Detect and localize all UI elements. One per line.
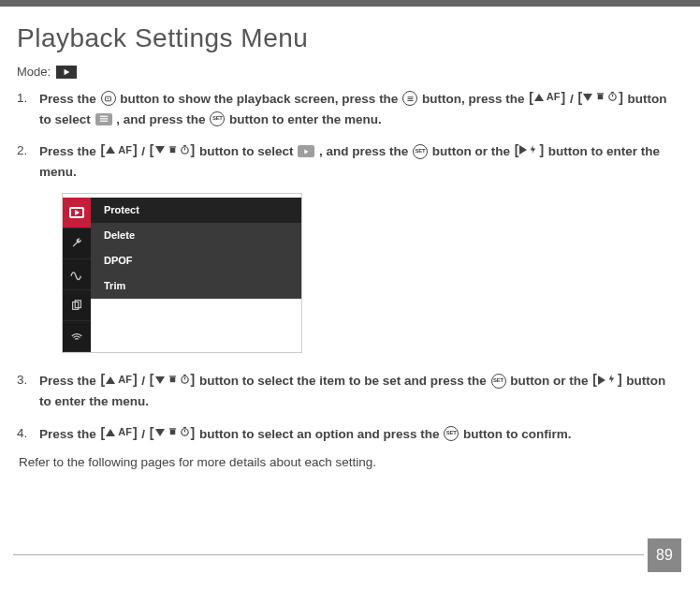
text: button or the	[510, 374, 591, 388]
flash-icon	[606, 370, 617, 390]
svg-rect-29	[169, 430, 175, 435]
sidebar-files-icon	[63, 290, 91, 321]
top-border	[0, 0, 700, 7]
playback-tile-icon	[298, 145, 314, 157]
text: button to select	[199, 144, 297, 158]
text: button, press the	[422, 92, 528, 106]
svg-rect-14	[169, 147, 175, 153]
footer-divider	[13, 554, 644, 555]
set-button-icon: SET	[444, 426, 459, 441]
svg-point-25	[181, 376, 187, 383]
svg-point-8	[609, 94, 616, 100]
page-content: Playback Settings Menu Mode: Press the b…	[0, 7, 700, 469]
menu-item-protect: Protect	[91, 198, 301, 223]
trash-icon	[168, 370, 178, 390]
svg-marker-28	[609, 375, 615, 383]
menu-item-dpof: DPOF	[91, 248, 301, 273]
up-af-button: [AF]	[101, 140, 138, 160]
right-flash-button: [ ]	[515, 140, 544, 160]
menu-blank	[91, 299, 301, 352]
text: button to enter the menu.	[229, 112, 382, 126]
svg-marker-19	[305, 149, 309, 154]
menu-item-trim: Trim	[91, 273, 301, 299]
sidebar-wrench-icon	[63, 228, 91, 259]
svg-rect-3	[407, 96, 413, 97]
step-1: Press the button to show the playback sc…	[17, 88, 668, 129]
down-trash-timer-button: [ ]	[150, 422, 195, 443]
text: /	[141, 427, 149, 441]
text: Press the	[39, 374, 100, 388]
timer-icon	[180, 370, 190, 390]
footer-note: Refer to the following pages for more de…	[17, 455, 668, 469]
mode-label: Mode:	[17, 65, 51, 79]
text: , and press the	[116, 112, 209, 126]
menu-item-delete: Delete	[91, 223, 301, 248]
trash-icon	[595, 87, 605, 108]
step-2: Press the [AF] / [ ] button to select , …	[17, 140, 668, 353]
text: button to select the item to be set and …	[199, 374, 490, 388]
timer-icon	[607, 87, 618, 108]
svg-rect-12	[99, 118, 107, 119]
text: button or the	[432, 144, 514, 158]
svg-rect-11	[99, 116, 107, 117]
timer-icon	[180, 422, 190, 443]
mode-row: Mode:	[17, 65, 668, 79]
svg-marker-2	[108, 98, 109, 100]
text: button to confirm.	[463, 427, 571, 441]
svg-rect-30	[168, 428, 175, 429]
svg-rect-13	[99, 121, 107, 122]
text: button to select an option and press the	[199, 427, 443, 441]
svg-rect-15	[168, 146, 175, 147]
step-3: Press the [AF] / [ ] button to select th…	[17, 370, 668, 411]
sidebar-playback-icon	[63, 198, 91, 228]
down-trash-timer-button: [ ]	[150, 140, 195, 160]
svg-rect-27	[183, 375, 186, 375]
svg-point-31	[181, 429, 187, 435]
playback-button-icon	[101, 91, 116, 106]
right-flash-button: [ ]	[592, 369, 621, 390]
up-af-button: [AF]	[101, 422, 138, 443]
text: Press the	[39, 427, 100, 441]
timer-icon	[180, 140, 190, 161]
svg-rect-5	[407, 100, 413, 101]
up-af-button: [AF]	[529, 87, 565, 108]
svg-marker-0	[65, 68, 70, 75]
svg-rect-4	[407, 98, 413, 99]
menu-tile-icon	[95, 113, 112, 125]
text: /	[141, 374, 149, 388]
steps-list: Press the button to show the playback sc…	[17, 88, 668, 444]
set-button-icon: SET	[210, 111, 225, 126]
up-af-button: [AF]	[101, 369, 138, 390]
text: button to show the playback screen, pres…	[120, 92, 401, 106]
page-number: 89	[648, 538, 681, 572]
step-4: Press the [AF] / [ ] button to select an…	[17, 423, 668, 445]
svg-rect-10	[611, 92, 614, 93]
trash-icon	[168, 140, 178, 161]
trash-icon	[168, 422, 178, 443]
svg-marker-20	[531, 144, 536, 153]
down-trash-timer-button: [ ]	[150, 369, 195, 390]
page-title: Playback Settings Menu	[17, 23, 668, 53]
svg-rect-7	[597, 94, 604, 95]
text: /	[570, 92, 577, 106]
set-button-icon: SET	[413, 144, 428, 159]
screenshot-menu-list: Protect Delete DPOF Trim	[91, 198, 301, 352]
svg-rect-24	[168, 375, 175, 376]
svg-rect-33	[183, 427, 186, 428]
text: Press the	[39, 92, 100, 106]
menu-screenshot: Protect Delete DPOF Trim	[62, 193, 302, 353]
sidebar-wave-icon	[63, 259, 91, 290]
text: Press the	[39, 144, 100, 158]
svg-rect-23	[169, 376, 175, 382]
sidebar-wifi-icon	[63, 321, 91, 352]
text: , and press the	[319, 144, 412, 158]
text: /	[141, 144, 149, 158]
flash-icon	[528, 140, 538, 161]
menu-button-icon	[402, 91, 417, 106]
svg-rect-6	[598, 95, 604, 100]
svg-rect-18	[183, 144, 186, 145]
screenshot-sidebar	[63, 198, 91, 352]
set-button-icon: SET	[491, 374, 506, 389]
down-trash-timer-button: [ ]	[577, 87, 622, 108]
playback-mode-icon	[56, 66, 77, 79]
